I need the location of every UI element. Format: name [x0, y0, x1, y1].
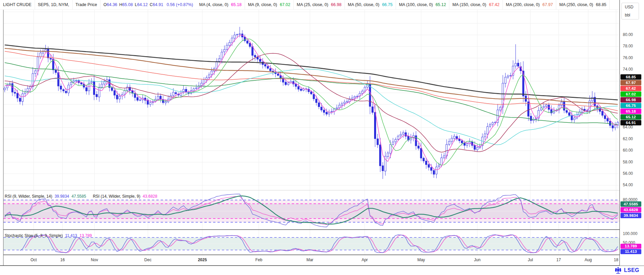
ma-legend-list: MA (4, close, 0)65.18MA (9, close, 0)67.…: [196, 0, 610, 9]
rsi-badge: 43.6828: [620, 207, 641, 212]
rsi-badge: 39.9834: [620, 213, 641, 218]
rsi-value-2: 47.5585: [72, 194, 86, 199]
stoch-label: Stochastic Slow (5, 3, 3, Simple): [5, 233, 63, 238]
price-axis[interactable]: USD bbl 80.0078.0076.0074.0064.0062.0060…: [619, 0, 644, 266]
ohlc-item: L64.12: [135, 2, 148, 7]
stoch-value-d: 13.789: [80, 233, 92, 238]
rsi-badge: 47.5585: [620, 201, 641, 207]
price-badge: 66.98: [620, 97, 641, 103]
price-badge: 68.85: [620, 74, 641, 80]
price-field-label: Trade Price: [76, 2, 97, 7]
price-badge: 67.97: [620, 80, 641, 85]
ohlc-item: H65.08: [119, 2, 133, 7]
chart-window: LIGHT CRUDE SEP5, 1D, NYM, Trade Price O…: [0, 0, 644, 275]
instrument-name[interactable]: LIGHT CRUDE: [0, 0, 35, 9]
time-tick-jun: Jun: [474, 258, 480, 262]
rsi-value-3: 43.6828: [143, 194, 157, 199]
instrument-meta[interactable]: SEP5, 1D, NYM,: [35, 0, 73, 9]
stoch-badge: 11.413: [620, 249, 641, 254]
ma-legend-item[interactable]: MA (50, close, 0)66.75: [345, 0, 396, 9]
price-tick: 74.00: [623, 67, 633, 72]
rsi-legend[interactable]: RSI (9, Wilder, Simple, 14) 39.9834 47.5…: [5, 194, 157, 199]
ma-legend-item[interactable]: MA (250, close, 0)68.85: [556, 0, 610, 9]
ma-legend-item[interactable]: MA (9, close, 0)67.02: [245, 0, 294, 9]
time-tick-aug: Aug: [585, 258, 592, 262]
time-tick-dec: Dec: [144, 258, 151, 262]
change-readout: 0.56 (+0.87%): [167, 2, 193, 7]
price-badge: 66.75: [620, 103, 641, 108]
rsi-label-1: RSI (9, Wilder, Simple, 14): [5, 194, 52, 199]
price-tick: 80.00: [623, 32, 633, 37]
ma-legend-item[interactable]: MA (4, close, 0)65.18: [196, 0, 245, 9]
ma-legend-item[interactable]: MA (25, close, 0)66.98: [294, 0, 345, 9]
price-badge: 65.18: [620, 109, 641, 114]
time-tick-mar: Mar: [307, 258, 314, 262]
price-tick: 60.00: [623, 148, 633, 153]
unit-box: USD bbl: [621, 3, 639, 19]
lseg-logo-text: LSEG: [624, 267, 639, 273]
time-tick-16: 16: [60, 258, 65, 262]
price-tick: 76.00: [623, 55, 633, 60]
price-tick: 58.00: [623, 160, 633, 164]
time-tick-18: 18: [614, 258, 618, 262]
price-tick: 64.00: [623, 125, 633, 129]
time-tick-may: May: [417, 258, 425, 262]
ma-legend-item[interactable]: MA (100, close, 0)65.12: [396, 0, 449, 9]
price-tick: 54.00: [623, 183, 633, 187]
price-field[interactable]: Trade Price: [73, 0, 100, 9]
lseg-logo: LSEG: [614, 267, 639, 274]
unit-currency: USD: [625, 5, 636, 9]
price-badge: 65.12: [620, 114, 641, 120]
ma-legend-item[interactable]: MA (150, close, 0)67.42: [449, 0, 503, 9]
time-tick-2025: 2025: [198, 258, 207, 262]
ohlc-item: C64.91: [150, 2, 163, 7]
rsi-value-1: 39.9834: [54, 194, 69, 199]
chart-canvas[interactable]: [0, 0, 644, 275]
time-tick-nov: Nov: [91, 258, 98, 262]
ma-legend-item[interactable]: MA (200, close, 0)67.97: [503, 0, 556, 9]
time-tick-17: 17: [556, 258, 561, 262]
price-badge: 67.02: [620, 91, 641, 97]
price-tick: 62.00: [623, 136, 633, 141]
rsi-label-2: RSI (14, Wilder, Simple, 9): [93, 194, 140, 199]
time-tick-feb: Feb: [255, 258, 263, 262]
price-badge: 64.91: [620, 120, 641, 125]
price-tick: 78.00: [623, 44, 633, 48]
unit-measure: bbl: [625, 13, 636, 17]
stoch-legend[interactable]: Stochastic Slow (5, 3, 3, Simple) 11.413…: [5, 233, 92, 238]
stoch-tick: 100.000: [623, 231, 637, 236]
time-tick-oct: Oct: [31, 258, 37, 262]
lseg-crest-icon: [614, 267, 622, 274]
stoch-badge: 13.789: [620, 244, 641, 249]
instrument-label: LIGHT CRUDE: [3, 2, 32, 7]
price-tick: 56.00: [623, 171, 633, 176]
time-tick-apr: Apr: [362, 258, 368, 262]
chart-legend-bar: LIGHT CRUDE SEP5, 1D, NYM, Trade Price O…: [0, 0, 619, 10]
time-tick-jul: Jul: [528, 258, 533, 262]
stoch-value-k: 11.413: [65, 233, 77, 238]
ohlc-item: O64.36: [104, 2, 117, 7]
instrument-meta-label: SEP5, 1D, NYM,: [38, 2, 69, 7]
price-badge: 67.42: [620, 86, 641, 91]
ohlc-readout: O64.36H65.08L64.12C64.910.56 (+0.87%): [100, 0, 196, 9]
